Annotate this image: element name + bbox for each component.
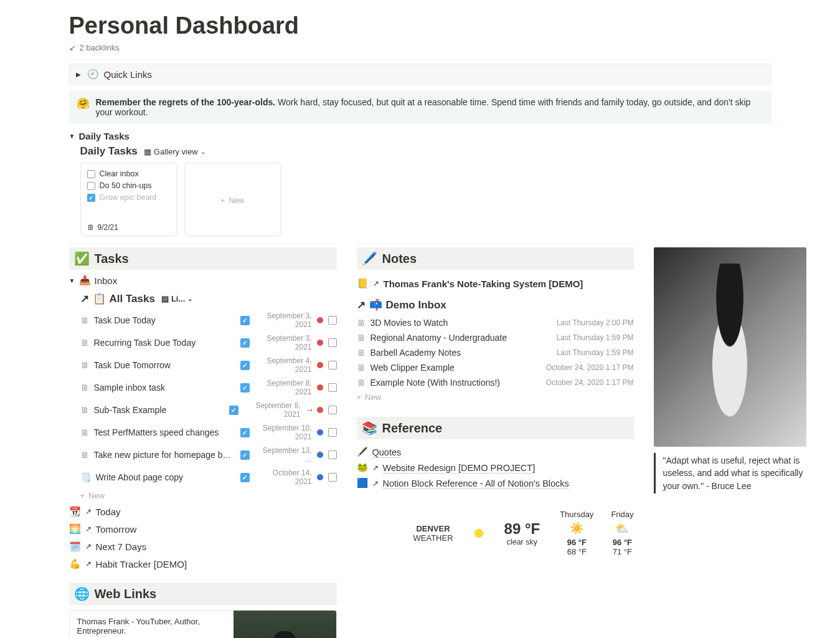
arrow-ne-icon: ↗: [372, 464, 379, 472]
task-date: September 10, 2021: [255, 424, 312, 441]
gallery-view-selector[interactable]: ▦ Gallery view ⌄: [144, 147, 205, 156]
checkbox-empty-icon[interactable]: [328, 450, 337, 459]
checkbox-empty-icon[interactable]: [328, 338, 337, 347]
day-lo: 71 °F: [611, 547, 633, 556]
arrow-ne-icon: ↗: [85, 559, 92, 568]
weather-day: Friday⛅96 °F71 °F: [611, 510, 633, 556]
task-row[interactable]: 🗎Take new picture for homepage bac...✓Se…: [80, 444, 337, 466]
checkbox-empty-icon[interactable]: [328, 428, 337, 437]
filter-link[interactable]: 📆↗Today: [69, 503, 337, 520]
notebook-icon: 📒: [357, 278, 369, 289]
card-item[interactable]: Grow epic beard: [87, 193, 170, 202]
checkbox-empty-icon[interactable]: [328, 361, 337, 369]
note-row[interactable]: 🗎3D Movies to WatchLast Thursday 2:00 PM: [357, 315, 634, 330]
page-icon: 🗎: [357, 363, 366, 373]
task-row[interactable]: 🗎Task Due Tomorrow✓September 4, 2021: [80, 354, 337, 376]
note-name: Example Note (With Instructions!): [370, 378, 501, 388]
task-row[interactable]: 🗎Sample inbox task✓September 8, 2021: [80, 376, 337, 399]
checkbox-icon[interactable]: [87, 182, 95, 190]
checkbox-checked-icon[interactable]: ✓: [240, 383, 250, 393]
filter-link[interactable]: 💪↗Habit Tracker [DEMO]: [69, 555, 337, 573]
gallery-view-label: Gallery view: [154, 147, 198, 156]
daily-tasks-label: Daily Tasks: [79, 131, 130, 141]
task-row[interactable]: 🗒️Write About page copy✓October 14, 2021: [80, 466, 337, 488]
add-task-button[interactable]: + New: [80, 488, 337, 503]
demo-inbox-link[interactable]: ↗ 📫 Demo Inbox: [357, 298, 634, 312]
task-name: Write About page copy: [96, 472, 235, 482]
reference-link[interactable]: 🐸↗Website Redesign [DEMO PROJECT]: [357, 460, 634, 475]
add-note-button[interactable]: + New: [357, 390, 634, 404]
quick-links-toggle[interactable]: ▶ 🕘 Quick Links: [69, 64, 772, 85]
checkmark-icon: ✅: [74, 251, 90, 266]
weblink-bookmark[interactable]: Thomas Frank - YouTuber, Author, Entrepr…: [69, 610, 337, 638]
all-tasks-link[interactable]: ↗ 📋 All Tasks ▤ Li... ⌄: [80, 292, 337, 305]
note-row[interactable]: 🗎Example Note (With Instructions!)Octobe…: [357, 375, 634, 390]
checkbox-empty-icon[interactable]: [328, 316, 337, 325]
day-label: Friday: [611, 510, 633, 519]
checkbox-checked-icon[interactable]: ✓: [240, 428, 250, 437]
priority-dot-icon: [317, 384, 323, 391]
checkbox-icon[interactable]: [87, 170, 95, 178]
link-icon: 💪: [69, 558, 81, 569]
weblinks-header: 🌐 Web Links: [69, 583, 337, 605]
weather-widget: DENVER WEATHER 89 °F clear sky Thursday☀…: [357, 510, 634, 556]
card-item-label: Do 50 chin-ups: [100, 181, 152, 190]
arrow-ne-icon: ↗: [373, 279, 379, 288]
reference-link[interactable]: 🟦↗Notion Block Reference - All of Notion…: [357, 475, 634, 491]
card-item[interactable]: Clear inbox: [87, 169, 170, 178]
weather-now-cond: clear sky: [504, 538, 540, 546]
arrow-ne-icon: ↗: [357, 298, 366, 312]
day-label: Thursday: [560, 510, 593, 519]
daily-tasks-db-title[interactable]: Daily Tasks: [80, 145, 138, 158]
card-item[interactable]: Do 50 chin-ups: [87, 181, 170, 190]
task-date: September 8, 2021: [243, 401, 301, 419]
inbox-label: Inbox: [95, 275, 118, 286]
reference-link[interactable]: 🖋️Quotes: [357, 444, 634, 460]
day-hi: 96 °F: [560, 538, 593, 547]
all-tasks-label: All Tasks: [110, 293, 155, 305]
task-row[interactable]: 🗎Task Due Today✓September 3, 2021: [80, 309, 337, 331]
weblink-title: Thomas Frank - YouTuber, Author, Entrepr…: [77, 617, 226, 636]
checkbox-checked-icon[interactable]: ✓: [229, 406, 238, 415]
note-row[interactable]: 🗎Web Clipper ExampleOctober 24, 2020 1:1…: [357, 360, 634, 375]
note-system-link[interactable]: 📒 ↗ Thomas Frank's Note-Taking System [D…: [357, 275, 634, 292]
weblinks-header-label: Web Links: [95, 587, 157, 601]
page-icon: 🗎: [357, 318, 366, 328]
note-row[interactable]: 🗎Regional Anatomy - UndergraduateLast Th…: [357, 330, 634, 345]
filter-link[interactable]: 🌅↗Tomorrow: [69, 520, 337, 538]
arrow-right-icon: →: [306, 405, 312, 415]
gallery-icon: ▦: [144, 147, 151, 156]
checkbox-checked-icon[interactable]: ✓: [240, 316, 250, 325]
list-view-selector[interactable]: ▤ Li... ⌄: [161, 294, 192, 303]
checkbox-checked-icon[interactable]: ✓: [240, 361, 250, 370]
checkbox-checked-icon[interactable]: ✓: [240, 338, 250, 348]
filter-label: Habit Tracker [DEMO]: [96, 559, 187, 569]
daily-tasks-toggle[interactable]: ▼ Daily Tasks: [69, 131, 772, 141]
task-row[interactable]: 🗎Recurring Task Due Today✓September 3, 2…: [80, 331, 337, 354]
note-system-label: Thomas Frank's Note-Taking System [DEMO]: [384, 279, 583, 289]
note-row[interactable]: 🗎Barbell Academy NotesLast Thursday 1:59…: [357, 345, 634, 360]
checkbox-checked-icon[interactable]: ✓: [240, 450, 250, 460]
backlinks[interactable]: ↙ 2 backlinks: [69, 43, 772, 52]
priority-dot-icon: [317, 362, 323, 368]
checkbox-empty-icon[interactable]: [328, 383, 337, 392]
ref-icon: 🟦: [357, 478, 368, 488]
checkbox-empty-icon[interactable]: [328, 406, 337, 414]
arrow-ne-icon: ↗: [85, 525, 92, 533]
checkbox-empty-icon[interactable]: [328, 473, 337, 482]
globe-icon: 🌐: [74, 586, 90, 601]
inbox-toggle[interactable]: ▼ 📥 Inbox: [69, 275, 337, 286]
filter-link[interactable]: 🗓️↗Next 7 Days: [69, 538, 337, 555]
weather-city: DENVER: [413, 524, 453, 533]
checkbox-checked-icon[interactable]: [87, 194, 95, 202]
weather-now-temp: 89 °F: [504, 520, 540, 538]
weather-sub: WEATHER: [413, 533, 453, 543]
new-card-button[interactable]: + New: [184, 163, 281, 236]
task-date: September 13, ...: [255, 446, 312, 464]
task-row[interactable]: 🗎Test PerfMatters speed changes✓Septembe…: [80, 421, 337, 444]
daily-card[interactable]: Clear inbox Do 50 chin-ups Grow epic bea…: [80, 163, 177, 236]
backlinks-count: 2 backlinks: [80, 43, 120, 52]
arrow-ne-icon: ↗: [85, 507, 92, 516]
task-row[interactable]: 🗎Sub-Task Example✓September 8, 2021→: [80, 399, 337, 421]
checkbox-checked-icon[interactable]: ✓: [240, 473, 250, 482]
